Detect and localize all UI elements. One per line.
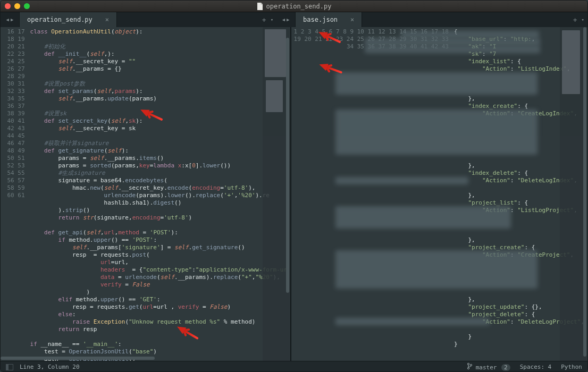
gutter-toggle[interactable] <box>6 364 13 370</box>
window-title: operation_send.py <box>1 3 587 10</box>
tab-close-icon[interactable]: × <box>105 16 109 23</box>
redacted-region <box>401 31 539 38</box>
redacted-region <box>335 72 537 95</box>
tab-history-nav-right[interactable]: ◀ ▶ <box>276 12 296 27</box>
redacted-region <box>365 46 540 53</box>
tab-close-icon[interactable]: × <box>350 16 354 23</box>
cursor-position[interactable]: Line 3, Column 20 <box>20 363 80 370</box>
tab-menu-icon[interactable]: ▾ <box>271 17 273 22</box>
branch-icon <box>467 363 472 369</box>
tab-label: base.json <box>303 16 338 23</box>
history-back-icon[interactable]: ◀ <box>282 17 285 22</box>
status-bar: Line 3, Column 20 master 2 Spaces: 4 Pyt… <box>1 361 587 372</box>
redacted-region <box>335 250 537 289</box>
new-tab-icon[interactable]: + <box>573 16 577 24</box>
tab-group-right-actions: + ▾ <box>362 12 587 27</box>
tab-label: operation_send.py <box>27 16 93 23</box>
tab-operation-send[interactable]: operation_send.py × <box>20 12 117 27</box>
redacted-region <box>335 318 490 325</box>
branch-badge: 2 <box>501 364 510 371</box>
tab-history-nav[interactable]: ◀ ▶ <box>1 12 20 27</box>
tab-bar: ◀ ▶ operation_send.py × + ▾ ◀ ▶ base.jso… <box>1 12 587 27</box>
redacted-region <box>335 109 537 155</box>
history-forward-icon[interactable]: ▶ <box>287 17 289 22</box>
tab-group-left-actions: + ▾ <box>117 12 276 27</box>
window-titlebar: operation_send.py <box>1 1 587 12</box>
svg-point-1 <box>467 367 469 369</box>
tab-menu-icon[interactable]: ▾ <box>582 17 584 22</box>
branch-name: master <box>476 364 497 371</box>
left-editor[interactable]: 16 17 18 19 20 21 22 23 24 25 26 27 28 2… <box>1 27 290 361</box>
editor-panes: 16 17 18 19 20 21 22 23 24 25 26 27 28 2… <box>1 27 587 361</box>
git-branch[interactable]: master 2 <box>467 363 510 371</box>
file-icon <box>257 3 263 10</box>
vertical-scrollbar[interactable] <box>285 27 290 361</box>
redacted-region <box>335 177 468 184</box>
history-back-icon[interactable]: ◀ <box>6 17 9 22</box>
indent-setting[interactable]: Spaces: 4 <box>520 363 552 370</box>
horizontal-scrollbar[interactable] <box>1 356 290 361</box>
new-tab-icon[interactable]: + <box>262 16 266 24</box>
line-gutter: 16 17 18 19 20 21 22 23 24 25 26 27 28 2… <box>1 27 29 361</box>
right-pane: 1 2 3 4 5 6 7 8 9 10 11 12 13 14 15 16 1… <box>291 27 587 361</box>
history-forward-icon[interactable]: ▶ <box>11 17 13 22</box>
redacted-region <box>365 38 540 46</box>
vertical-scrollbar[interactable] <box>582 27 587 361</box>
window-title-text: operation_send.py <box>266 3 332 10</box>
syntax-setting[interactable]: Python <box>561 363 582 370</box>
tab-base-json[interactable]: base.json × <box>296 12 362 27</box>
left-pane: 16 17 18 19 20 21 22 23 24 25 26 27 28 2… <box>1 27 291 361</box>
code-area[interactable]: class OperationAuthUtil(object): #初始化 de… <box>29 27 290 361</box>
redacted-region <box>335 206 511 229</box>
